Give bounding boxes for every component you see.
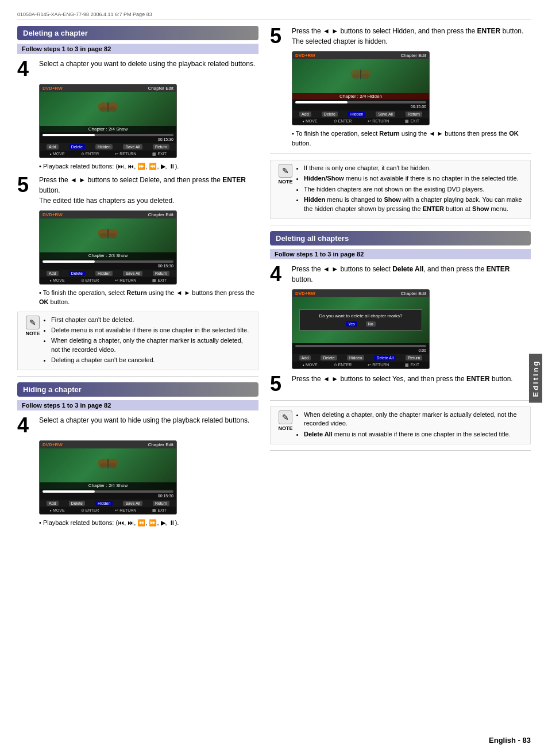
dvd-logo-5: DVD+RW	[295, 291, 315, 296]
step4-delete: 4 Select a chapter you want to delete us…	[17, 59, 258, 79]
dvd-screen-4: DVD+RW Chapter Edit Chapter : 2/4 Hidden	[292, 51, 430, 125]
nav-enter-1: ⊙ ENTER	[81, 152, 99, 156]
dialog-area: Do you want to delete all chapter marks?…	[299, 309, 422, 331]
dvd-nav-3: ⬧ MOVE ⊙ ENTER ↩ RETURN ▦ EXIT	[40, 507, 176, 514]
dvd-logo-4: DVD+RW	[295, 53, 315, 58]
dvd-thumbnail-2: Chapter : 2/3 Show	[40, 218, 176, 259]
nav-move-3: ⬧ MOVE	[49, 508, 65, 513]
dvd-return-5[interactable]: Return	[406, 355, 422, 360]
dvd-delete-4[interactable]: Delete	[322, 112, 338, 117]
dvd-hidden-5[interactable]: Hidden	[347, 355, 364, 360]
divider-1	[17, 376, 258, 377]
note-icon-img-3: ✎	[279, 410, 292, 424]
note-block-3: ✎ NOTE When deleting a chapter, only the…	[270, 406, 531, 444]
dvd-screen-3: DVD+RW Chapter Edit Chapter : 2/4 Show	[39, 440, 177, 515]
step5-delete-text: Press the ◄ ► buttons to select Delete, …	[39, 175, 258, 206]
note-label-2: NOTE	[275, 179, 296, 185]
deleting-chapter-subheader: Follow steps 1 to 3 in page 82	[17, 44, 258, 54]
dvd-buttons-3: Add Delete Hidden Save All Return	[40, 500, 176, 507]
dvd-buttons-2: Add Delete Hidden Save All Return	[40, 270, 176, 277]
dialog-yes-btn[interactable]: Yes	[346, 321, 357, 327]
nav-return-2: ↩ RETURN	[115, 278, 136, 283]
step4-hide: 4 Select a chapter you want to hide usin…	[17, 415, 258, 436]
dvd-add-1[interactable]: Add	[47, 144, 58, 149]
dvd-saveall-1[interactable]: Save All	[123, 144, 142, 149]
dvd-add-5[interactable]: Add	[299, 355, 311, 360]
right-column: 5 Press the ◄ ► buttons to select Hidden…	[270, 26, 531, 531]
dvd-return-2[interactable]: Return	[153, 271, 169, 276]
nav-move-1: ⬧ MOVE	[49, 152, 65, 156]
chapter-edit-4: Chapter Edit	[401, 53, 426, 58]
nav-return-1: ↩ RETURN	[115, 152, 136, 156]
dvd-hidden-1[interactable]: Hidden	[95, 144, 113, 149]
dvd-return-3[interactable]: Return	[153, 501, 169, 506]
dvd-delete-5[interactable]: Delete	[321, 355, 337, 360]
editing-sidebar-label: Editing	[529, 354, 542, 402]
bullet-playback-1: • Playback related buttons: (⏭, ⏮, ⏩, ⏪,…	[39, 162, 258, 171]
dvd-thumbnail-1: Chapter : 2/4 Show	[40, 92, 176, 132]
step4-deleteall: 4 Press the ◄ ► buttons to select Delete…	[270, 264, 531, 285]
divider-2	[270, 153, 531, 154]
dvd-nav-4: ⬧ MOVE ⊙ ENTER ↩ RETURN ▦ EXIT	[292, 118, 429, 125]
dvd-saveall-3[interactable]: Save All	[123, 501, 142, 506]
dvd-progress-2: 00:15:30	[40, 259, 176, 270]
divider-5	[270, 450, 531, 451]
svg-point-3	[109, 106, 117, 112]
note-block-1: ✎ NOTE First chapter can't be deleted. D…	[17, 312, 258, 371]
dvd-buttons-1: Add Delete Hidden Save All Return	[40, 143, 176, 151]
note-label-3: NOTE	[275, 425, 296, 431]
nav-return-5: ↩ RETURN	[368, 363, 389, 367]
svg-point-7	[99, 233, 107, 239]
dvd-add-4[interactable]: Add	[299, 112, 311, 117]
dvd-add-3[interactable]: Add	[47, 501, 58, 506]
butterfly-icon-4	[349, 65, 372, 82]
dvd-hidden-2[interactable]: Hidden	[95, 271, 113, 276]
dvd-delete-2[interactable]: Delete	[69, 271, 85, 276]
note-icon-img-2: ✎	[279, 164, 292, 178]
note-icon-img-1: ✎	[26, 316, 40, 329]
left-column: Deleting a chapter Follow steps 1 to 3 i…	[17, 26, 258, 531]
step5-hidden-text: Press the ◄ ► buttons to select Hidden, …	[292, 26, 531, 47]
dvd-thumbnail-5: Do you want to delete all chapter marks?…	[292, 297, 429, 343]
dvd-delete-3[interactable]: Delete	[69, 501, 85, 506]
step5-hidden: 5 Press the ◄ ► buttons to select Hidden…	[270, 26, 531, 47]
dvd-return-1[interactable]: Return	[153, 144, 169, 149]
dvd-saveall-4[interactable]: Save All	[376, 112, 395, 117]
nav-enter-2: ⊙ ENTER	[81, 278, 99, 283]
page-number: English - 83	[489, 736, 531, 745]
dvd-nav-1: ⬧ MOVE ⊙ ENTER ↩ RETURN ▦ EXIT	[40, 151, 176, 158]
bullet-return-1: • To finish the operation, select Return…	[39, 288, 258, 307]
chapter-label-4: Chapter : 2/4 Hidden	[292, 93, 429, 99]
dvd-return-4[interactable]: Return	[406, 112, 422, 117]
dvd-buttons-5: Add Delete Hidden Delete All Return	[292, 354, 429, 362]
dvd-buttons-4: Add Delete Hidden Save All Return	[292, 110, 429, 118]
dvd-progress-1: 00:15:30	[40, 132, 176, 143]
dvd-hidden-3[interactable]: Hidden	[95, 501, 113, 506]
butterfly-icon-2	[97, 224, 119, 241]
dvd-delete-1[interactable]: Delete	[69, 144, 85, 149]
dvd-saveall-2[interactable]: Save All	[123, 271, 142, 276]
nav-exit-1: ▦ EXIT	[152, 152, 167, 156]
dvd-screen-5: DVD+RW Chapter Edit Do you want to delet…	[292, 289, 430, 369]
chapter-label-2: Chapter : 2/3 Show	[40, 252, 176, 259]
dialog-text: Do you want to delete all chapter marks?	[306, 313, 416, 318]
note-item-2-3: The hidden chapters are not shown on the…	[304, 185, 526, 194]
chapter-edit-3: Chapter Edit	[148, 442, 173, 447]
nav-enter-3: ⊙ ENTER	[81, 508, 99, 513]
chapter-label-1: Chapter : 2/4 Show	[40, 126, 176, 132]
dialog-no-btn[interactable]: No	[366, 321, 376, 327]
dvd-progress-3: 00:15:30	[40, 489, 176, 500]
step4-deleteall-text: Press the ◄ ► buttons to select Delete A…	[292, 264, 531, 285]
dvd-hidden-4[interactable]: Hidden	[348, 112, 365, 117]
svg-point-18	[361, 74, 369, 79]
note-item-2-2: Hidden/Show menu is not avaiable if ther…	[304, 174, 526, 183]
progress-time-2: 00:15:30	[43, 264, 173, 268]
dvd-nav-2: ⬧ MOVE ⊙ ENTER ↩ RETURN ▦ EXIT	[40, 277, 176, 284]
note-item-2-4: Hidden menu is changed to Show with a ch…	[304, 195, 526, 213]
dvd-nav-5: ⬧ MOVE ⊙ ENTER ↩ RETURN ▦ EXIT	[292, 362, 429, 369]
dvd-screen-1: DVD+RW Chapter Edit Chapter : 2/4 Show	[39, 84, 177, 158]
nav-move-5: ⬧ MOVE	[302, 363, 318, 367]
top-bar-text: 01050A-R145-XAA-ENG-77-98 2006.4.11 6:7 …	[17, 11, 152, 17]
dvd-add-2[interactable]: Add	[47, 271, 58, 276]
dvd-deleteall-5[interactable]: Delete All	[374, 355, 396, 360]
